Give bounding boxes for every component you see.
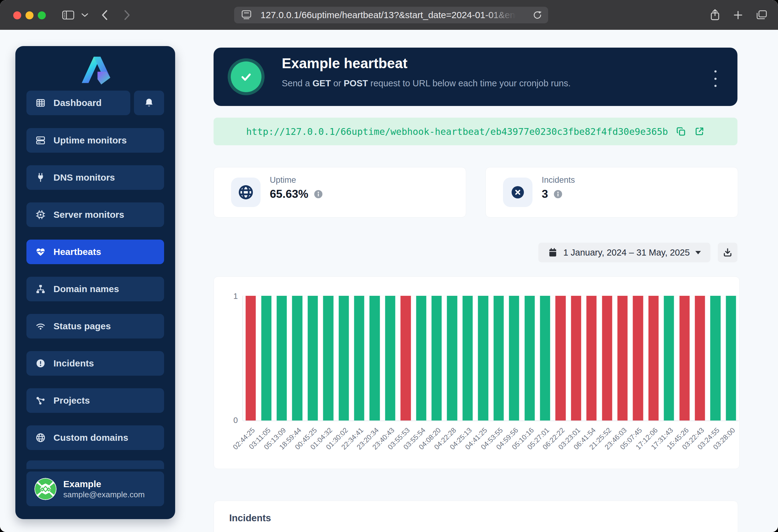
sidebar-item-dashboard[interactable]: Dashboard [26,91,130,115]
webhook-url: http://127.0.0.1/66uptime/webhook-heartb… [246,126,668,137]
sidebar-item-uptime-monitors[interactable]: Uptime monitors [26,128,164,153]
download-button[interactable] [718,243,737,262]
page-subtitle: Send a GET or POST request to URL below … [282,78,570,88]
chart-bar [602,296,612,421]
sidebar: Dashboard Uptime monitors DNS monitors [15,46,175,519]
sidebar-item-server-monitors[interactable]: Server monitors [26,202,164,227]
cpu-icon [35,209,46,220]
zoom-window-button[interactable] [38,11,46,19]
close-window-button[interactable] [13,11,21,19]
chart-bar [710,296,720,421]
chart-bar [447,296,457,421]
copy-icon[interactable] [675,126,686,137]
page-title: Example heartbeat [282,55,407,72]
sidebar-item-status-pages[interactable]: Status pages [26,314,164,339]
sidebar-item-label: Custom domains [54,433,128,443]
chart-bar [571,296,581,421]
sidebar-item-incidents[interactable]: Incidents [26,351,164,376]
heartbeat-header-card: Example heartbeat Send a GET or POST req… [214,48,737,106]
calendar-icon [548,247,558,258]
sidebar-item-partial[interactable] [26,460,164,469]
browser-window: 127.0.0.1/66uptime/heartbeat/13?&start_d… [0,0,778,532]
more-options-button[interactable] [709,69,721,89]
date-range-picker[interactable]: 1 January, 2024 – 31 May, 2025 [538,243,710,262]
chart-bar [525,296,535,421]
chart-bar [338,296,349,421]
site-settings-icon[interactable] [241,10,252,20]
sidebar-item-custom-domains[interactable]: Custom domains [26,425,164,450]
url-bar[interactable]: 127.0.0.1/66uptime/heartbeat/13?&start_d… [234,7,548,23]
sidebar-item-label: Status pages [54,321,111,332]
chart-bar [246,296,256,421]
plug-icon [35,172,46,183]
chart-x-labels: 02:44:2503:11:0505:13:0918:59:4400:45:25… [243,425,739,466]
info-icon[interactable] [313,189,323,199]
profile-card[interactable]: Example sample@example.com [26,471,164,506]
chart-bar [633,296,643,421]
url-fade [485,10,522,20]
caret-down-icon [695,251,701,254]
sitemap-icon [35,283,46,294]
back-icon[interactable] [98,0,111,30]
new-tab-icon[interactable] [731,0,745,30]
incidents-value: 3 [542,188,548,200]
info-icon[interactable] [553,189,563,199]
logo-icon [76,52,115,86]
globe-icon [231,178,260,207]
chart-bar [292,296,302,421]
webhook-url-banner: http://127.0.0.1/66uptime/webhook-heartb… [214,118,737,145]
chart-bar [323,296,333,421]
heart-pulse-icon [35,246,46,257]
sidebar-item-projects[interactable]: Projects [26,388,164,413]
sidebar-item-label: Server monitors [54,209,124,220]
exclamation-circle-icon [35,358,46,369]
external-link-icon[interactable] [694,126,705,137]
download-icon [722,247,733,258]
reload-icon[interactable] [532,10,543,20]
wifi-icon [35,321,46,332]
sidebar-item-label: Dashboard [54,98,102,108]
chevron-down-icon[interactable] [79,0,90,30]
browser-toolbar: 127.0.0.1/66uptime/heartbeat/13?&start_d… [0,0,778,30]
chart-bar [432,296,442,421]
status-up-badge [231,62,261,92]
profile-email: sample@example.com [63,490,145,500]
chart-bar [679,296,690,421]
incidents-section-card: Incidents [214,501,738,532]
app-logo [15,52,175,86]
sidebar-item-label: Uptime monitors [54,135,127,146]
chart-bar [648,296,658,421]
forward-icon[interactable] [121,0,134,30]
chart-bar [587,296,597,421]
globe-icon [35,432,46,443]
sidebar-item-domain-names[interactable]: Domain names [26,277,164,301]
incidents-stat-card: Incidents 3 [485,167,738,217]
chart-bar [726,296,736,421]
tabs-icon[interactable] [754,0,769,30]
share-icon[interactable] [708,0,722,30]
url-text: 127.0.0.1/66uptime/heartbeat/13?&start_d… [260,10,522,20]
sidebar-item-dns-monitors[interactable]: DNS monitors [26,165,164,190]
chart-bar [261,296,271,421]
chart-bar [540,296,550,421]
incidents-section-title: Incidents [229,513,271,524]
profile-name: Example [63,478,145,490]
minimize-window-button[interactable] [25,11,33,19]
sidebar-item-label: Projects [54,395,90,406]
chart-bar [385,296,395,421]
uptime-stat-card: Uptime 65.63% [214,167,466,217]
sidebar-item-label: Heartbeats [54,247,101,257]
sidebar-item-heartbeats[interactable]: Heartbeats [26,240,164,264]
notifications-button[interactable] [134,91,164,115]
sidebar-toggle-icon[interactable] [60,0,76,30]
chart-bar [401,296,411,421]
uptime-label: Uptime [270,175,296,185]
y-axis-tick-0: 0 [219,416,238,425]
sidebar-item-label: Incidents [54,358,94,369]
chart-bar [308,296,318,421]
x-axis-line [243,421,739,421]
page-content: Dashboard Uptime monitors DNS monitors [0,30,778,532]
chart-bar [509,296,519,421]
chart-bar [695,296,705,421]
chart-bars [243,296,739,421]
